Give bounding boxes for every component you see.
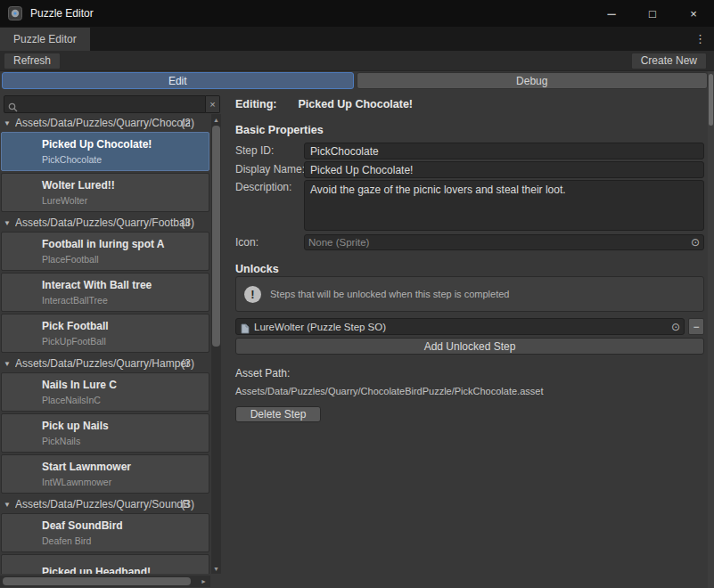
editor-panel: Editing: Picked Up Chocolate! Basic Prop… bbox=[225, 89, 708, 588]
asset-path-label: Asset Path: bbox=[235, 367, 290, 380]
titlebar: Puzzle Editor ─ □ × bbox=[0, 0, 714, 27]
group-count: (3) bbox=[181, 357, 194, 370]
group-path: Assets/Data/Puzzles/Quarry/HamperBirdPuz… bbox=[15, 357, 190, 370]
group-count: (3) bbox=[181, 216, 194, 229]
item-id: PickChocolate bbox=[42, 154, 102, 165]
step-id-field[interactable] bbox=[304, 143, 704, 159]
app-icon bbox=[8, 6, 22, 20]
sidebar-horizontal-scrollbar[interactable]: ► bbox=[0, 576, 210, 587]
scrollbar-thumb[interactable] bbox=[3, 577, 191, 585]
group-header-hamper[interactable]: ▼ Assets/Data/Puzzles/Quarry/HamperBirdP… bbox=[0, 355, 210, 372]
remove-unlock-button[interactable]: − bbox=[688, 318, 704, 335]
list-item-lure-wolter[interactable]: Wolter Lured!! LureWolter bbox=[1, 173, 209, 212]
unlock-entry-row: LureWolter (Puzzle Step SO) ⊙ − bbox=[235, 318, 704, 335]
scrollbar-thumb[interactable] bbox=[212, 126, 220, 347]
window-controls: ─ □ × bbox=[591, 0, 714, 27]
minimize-button[interactable]: ─ bbox=[591, 0, 632, 27]
object-picker-icon[interactable]: ⊙ bbox=[691, 237, 700, 248]
group-path: Assets/Data/Puzzles/Quarry/SoundBird bbox=[15, 498, 190, 510]
scroll-right-icon[interactable]: ► bbox=[198, 576, 209, 587]
close-button[interactable]: × bbox=[673, 0, 714, 27]
step-id-label: Step ID: bbox=[235, 144, 274, 157]
item-title: Picked Up Chocolate! bbox=[42, 138, 152, 151]
item-title: Football in luring spot A bbox=[42, 238, 165, 250]
unlocks-help-text: Steps that will be unlocked when this st… bbox=[270, 289, 509, 299]
icon-object-value: None (Sprite) bbox=[308, 237, 369, 248]
item-title: Picked up Headband! bbox=[42, 566, 151, 574]
mode-tabs: Edit Debug bbox=[2, 72, 708, 89]
display-name-field[interactable] bbox=[304, 161, 704, 178]
tab-edit[interactable]: Edit bbox=[2, 72, 354, 89]
item-title: Interact With Ball tree bbox=[42, 279, 152, 291]
item-id: LureWolter bbox=[42, 195, 87, 206]
editing-header: Editing: Picked Up Chocolate! bbox=[235, 98, 413, 110]
search-clear-button[interactable]: × bbox=[206, 95, 220, 113]
search-bar: × bbox=[4, 95, 220, 113]
description-field[interactable]: Avoid the gaze of the picnic lovers and … bbox=[304, 180, 704, 231]
editing-value: Picked Up Chocolate! bbox=[299, 98, 414, 110]
list-item-picked-up-headband[interactable]: Picked up Headband! bbox=[1, 554, 209, 574]
list-item-place-nails[interactable]: Nails In Lure C PlaceNailsInC bbox=[1, 372, 209, 412]
info-icon: ! bbox=[244, 286, 261, 303]
basic-properties-title: Basic Properties bbox=[235, 124, 324, 136]
list-item-interact-ball-tree[interactable]: Interact With Ball tree InteractBallTree bbox=[1, 273, 209, 312]
editing-label: Editing: bbox=[235, 98, 277, 110]
scriptable-object-icon bbox=[240, 322, 250, 332]
add-unlocked-step-button[interactable]: Add Unlocked Step bbox=[235, 338, 704, 355]
item-id: IntWLawnmower bbox=[42, 477, 111, 487]
asset-path-value: Assets/Data/Puzzles/Quarry/ChocolateBird… bbox=[235, 386, 543, 396]
item-title: Pick up Nails bbox=[42, 420, 109, 432]
create-new-button[interactable]: Create New bbox=[631, 53, 707, 69]
unlocks-help-box: ! Steps that will be unlocked when this … bbox=[235, 276, 704, 312]
item-id: PlaceFootball bbox=[42, 254, 99, 265]
tab-puzzle-editor-label: Puzzle Editor bbox=[13, 33, 77, 45]
display-name-label: Display Name: bbox=[235, 163, 305, 176]
item-id: PickUpFootBall bbox=[42, 336, 106, 347]
list-item-pick-football[interactable]: Pick Football PickUpFootBall bbox=[1, 314, 209, 353]
list-item-place-football[interactable]: Football in luring spot A PlaceFootball bbox=[1, 232, 209, 271]
window-vertical-scrollbar[interactable] bbox=[708, 71, 714, 588]
group-header-chocolate[interactable]: ▼ Assets/Data/Puzzles/Quarry/ChocolateBi… bbox=[0, 114, 210, 132]
tab-strip: Puzzle Editor ⋮ bbox=[0, 27, 714, 51]
foldout-icon: ▼ bbox=[4, 119, 11, 127]
object-picker-icon[interactable]: ⊙ bbox=[671, 322, 680, 332]
toolbar: Refresh Create New bbox=[0, 51, 714, 71]
group-header-football[interactable]: ▼ Assets/Data/Puzzles/Quarry/FootballBir… bbox=[0, 214, 210, 232]
unlock-entry-label: LureWolter (Puzzle Step SO) bbox=[254, 322, 386, 332]
list-item-pick-chocolate[interactable]: Picked Up Chocolate! PickChocolate bbox=[1, 132, 209, 171]
group-path: Assets/Data/Puzzles/Quarry/FootballBirdP… bbox=[15, 216, 190, 229]
maximize-button[interactable]: □ bbox=[632, 0, 673, 27]
scrollbar-thumb[interactable] bbox=[709, 74, 713, 126]
tab-puzzle-editor[interactable]: Puzzle Editor bbox=[0, 28, 90, 51]
item-id: Deafen Bird bbox=[42, 535, 91, 546]
list-item-deaf-soundbird[interactable]: Deaf SoundBird Deafen Bird bbox=[1, 513, 209, 552]
tab-debug[interactable]: Debug bbox=[357, 72, 709, 89]
foldout-icon: ▼ bbox=[4, 501, 11, 509]
search-input[interactable] bbox=[4, 95, 206, 113]
list-item-start-lawnmower[interactable]: Start Lawnmower IntWLawnmower bbox=[1, 454, 209, 494]
group-path: Assets/Data/Puzzles/Quarry/ChocolateBird… bbox=[15, 117, 190, 129]
unlock-object-field[interactable]: LureWolter (Puzzle Step SO) ⊙ bbox=[235, 318, 685, 335]
delete-step-button[interactable]: Delete Step bbox=[235, 406, 321, 422]
item-id: PlaceNailsInC bbox=[42, 395, 101, 405]
search-icon bbox=[8, 100, 18, 110]
sidebar-vertical-scrollbar[interactable]: ▲ ▼ bbox=[211, 114, 221, 574]
refresh-button[interactable]: Refresh bbox=[4, 53, 61, 69]
group-header-soundbird[interactable]: ▼ Assets/Data/Puzzles/Quarry/SoundBird (… bbox=[0, 495, 210, 513]
group-count: (3) bbox=[181, 498, 194, 510]
kebab-menu-icon[interactable]: ⋮ bbox=[686, 32, 714, 45]
item-title: Deaf SoundBird bbox=[42, 519, 123, 532]
icon-object-field[interactable]: None (Sprite) ⊙ bbox=[304, 234, 704, 250]
scroll-up-icon[interactable]: ▲ bbox=[211, 114, 221, 125]
foldout-icon: ▼ bbox=[4, 219, 11, 227]
window-title: Puzzle Editor bbox=[30, 7, 94, 20]
item-title: Pick Football bbox=[42, 320, 109, 332]
description-label: Description: bbox=[235, 181, 291, 193]
item-id: InteractBallTree bbox=[42, 295, 108, 306]
group-count: (2) bbox=[181, 117, 194, 129]
item-title: Nails In Lure C bbox=[42, 379, 117, 391]
puzzle-step-list: ▼ Assets/Data/Puzzles/Quarry/ChocolateBi… bbox=[0, 114, 210, 574]
unlocks-title: Unlocks bbox=[235, 263, 279, 275]
scroll-down-icon[interactable]: ▼ bbox=[211, 563, 221, 574]
list-item-pick-nails[interactable]: Pick up Nails PickNails bbox=[1, 413, 209, 453]
